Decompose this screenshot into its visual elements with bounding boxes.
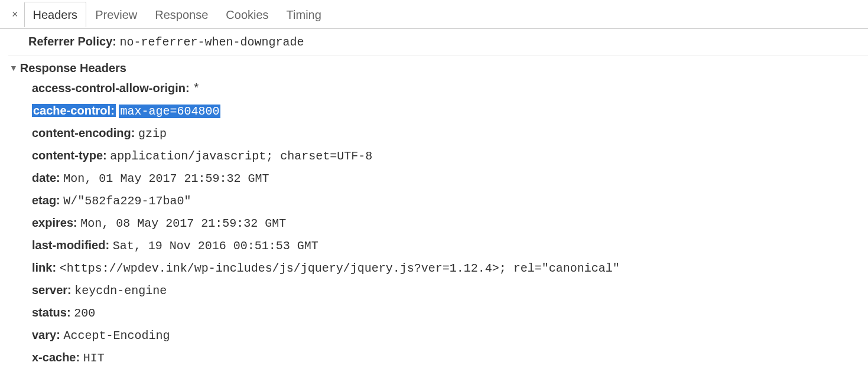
response-headers-list: access-control-allow-origin: *cache-cont…: [8, 77, 868, 372]
header-row: date: Mon, 01 May 2017 21:59:32 GMT: [32, 167, 868, 190]
header-name: vary:: [32, 328, 60, 341]
header-value: Mon, 08 May 2017 21:59:32 GMT: [80, 217, 286, 230]
header-row: content-encoding: gzip: [32, 122, 868, 145]
header-row: last-modified: Sat, 19 Nov 2016 00:51:53…: [32, 234, 868, 257]
header-value: keycdn-engine: [74, 284, 167, 298]
referrer-policy-row: Referrer Policy: no-referrer-when-downgr…: [8, 32, 868, 56]
referrer-policy-label: Referrer Policy:: [28, 35, 116, 48]
header-name: x-cache:: [32, 351, 80, 364]
header-value: W/"582fa229-17ba0": [63, 194, 191, 208]
header-name: link:: [32, 261, 56, 274]
header-name: content-type:: [32, 149, 107, 162]
header-name: access-control-allow-origin:: [32, 81, 190, 94]
header-row: content-type: application/javascript; ch…: [32, 145, 868, 167]
header-row: etag: W/"582fa229-17ba0": [32, 190, 868, 212]
header-name: last-modified:: [32, 239, 109, 252]
header-name: expires:: [32, 216, 77, 229]
referrer-policy-value: no-referrer-when-downgrade: [120, 35, 304, 49]
header-value: gzip: [138, 127, 167, 141]
header-value: Mon, 01 May 2017 21:59:32 GMT: [63, 172, 269, 185]
close-icon[interactable]: ×: [6, 8, 24, 21]
header-name: date:: [32, 171, 60, 184]
header-name: cache-control:: [32, 104, 116, 117]
header-value: *: [193, 82, 200, 96]
header-row: x-cache: HIT: [32, 347, 868, 369]
header-name: status:: [32, 306, 71, 319]
header-value: max-age=604800: [119, 105, 220, 118]
header-name: server:: [32, 283, 71, 296]
header-value: <https://wpdev.ink/wp-includes/js/jquery…: [60, 262, 620, 275]
header-row: x-content-type-options: nosniff: [32, 369, 868, 372]
header-row: status: 200: [32, 302, 868, 324]
header-value: 200: [74, 306, 95, 320]
tab-timing[interactable]: Timing: [278, 2, 330, 27]
tab-cookies[interactable]: Cookies: [217, 2, 277, 27]
tab-preview[interactable]: Preview: [86, 2, 146, 27]
tab-response[interactable]: Response: [146, 2, 217, 27]
response-headers-title: Response Headers: [20, 61, 126, 75]
header-name: etag:: [32, 194, 60, 207]
header-row: vary: Accept-Encoding: [32, 324, 868, 347]
header-row: cache-control: max-age=604800: [32, 100, 868, 122]
tabs-bar: × Headers Preview Response Cookies Timin…: [0, 0, 868, 29]
header-row: link: <https://wpdev.ink/wp-includes/js/…: [32, 257, 868, 279]
header-value: application/javascript; charset=UTF-8: [110, 149, 372, 163]
header-row: server: keycdn-engine: [32, 279, 868, 302]
header-row: access-control-allow-origin: *: [32, 77, 868, 100]
response-headers-toggle[interactable]: ▼ Response Headers: [9, 56, 868, 77]
header-name: content-encoding:: [32, 126, 135, 139]
tab-headers[interactable]: Headers: [24, 2, 87, 27]
header-value: Accept-Encoding: [63, 329, 170, 342]
chevron-down-icon: ▼: [9, 63, 18, 73]
header-row: expires: Mon, 08 May 2017 21:59:32 GMT: [32, 212, 868, 234]
headers-panel: Referrer Policy: no-referrer-when-downgr…: [0, 29, 868, 372]
header-value: HIT: [83, 351, 105, 365]
header-value: Sat, 19 Nov 2016 00:51:53 GMT: [113, 239, 318, 253]
